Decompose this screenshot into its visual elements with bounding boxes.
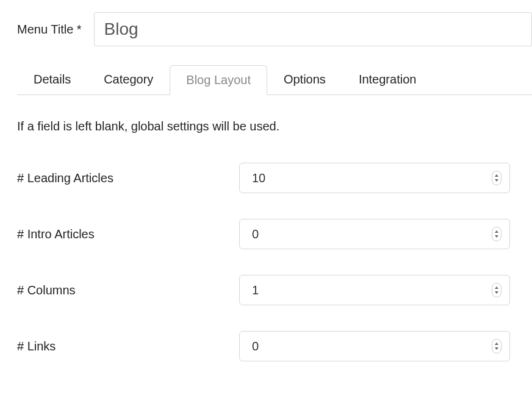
chevron-up-icon xyxy=(495,342,498,345)
tabs: Details Category Blog Layout Options Int… xyxy=(17,65,532,95)
intro-articles-input-wrap xyxy=(239,219,510,249)
intro-articles-label: # Intro Articles xyxy=(17,227,239,241)
title-row: Menu Title * xyxy=(17,12,532,46)
chevron-up-icon xyxy=(495,286,498,289)
menu-title-input[interactable] xyxy=(94,12,532,46)
chevron-down-icon xyxy=(495,179,498,182)
links-label: # Links xyxy=(17,339,239,353)
field-columns: # Columns xyxy=(17,275,532,305)
leading-articles-input-wrap xyxy=(239,163,510,193)
links-input[interactable] xyxy=(239,331,510,361)
links-stepper[interactable] xyxy=(492,339,501,353)
intro-articles-stepper[interactable] xyxy=(492,227,501,241)
columns-input-wrap xyxy=(239,275,510,305)
columns-stepper[interactable] xyxy=(492,283,501,297)
links-input-wrap xyxy=(239,331,510,361)
columns-input[interactable] xyxy=(239,275,510,305)
tab-category[interactable]: Category xyxy=(87,65,170,94)
leading-articles-input[interactable] xyxy=(239,163,510,193)
chevron-up-icon xyxy=(495,174,498,177)
tab-integration[interactable]: Integration xyxy=(342,65,433,94)
hint-text: If a field is left blank, global setting… xyxy=(17,119,532,133)
field-links: # Links xyxy=(17,331,532,361)
field-intro-articles: # Intro Articles xyxy=(17,219,532,249)
intro-articles-input[interactable] xyxy=(239,219,510,249)
menu-title-label: Menu Title * xyxy=(17,23,82,37)
leading-articles-label: # Leading Articles xyxy=(17,171,239,185)
chevron-down-icon xyxy=(495,235,498,238)
chevron-up-icon xyxy=(495,230,498,233)
leading-articles-stepper[interactable] xyxy=(492,171,501,185)
columns-label: # Columns xyxy=(17,283,239,297)
tab-options[interactable]: Options xyxy=(267,65,342,94)
chevron-down-icon xyxy=(495,347,498,350)
field-leading-articles: # Leading Articles xyxy=(17,163,532,193)
chevron-down-icon xyxy=(495,291,498,294)
tab-blog-layout[interactable]: Blog Layout xyxy=(170,65,267,95)
tab-details[interactable]: Details xyxy=(17,65,87,94)
